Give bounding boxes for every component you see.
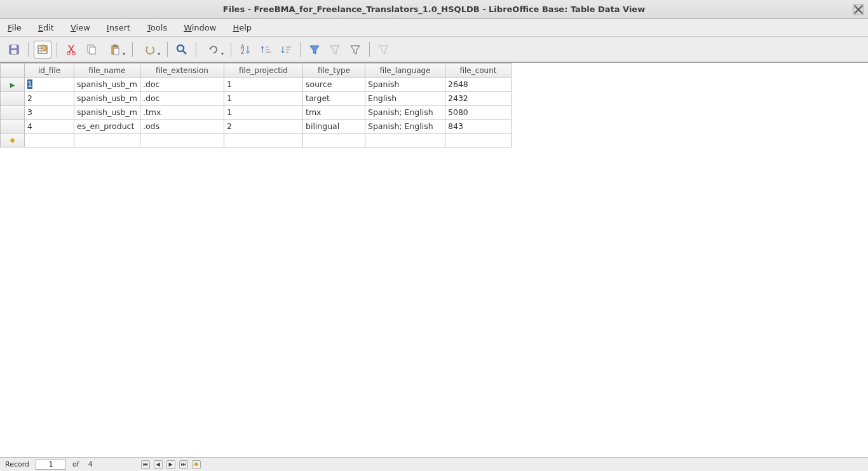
cell-file-name[interactable]: spanish_usb_m <box>74 78 140 92</box>
toolbar-separator <box>231 42 231 57</box>
menu-tools[interactable]: Tools <box>144 21 170 34</box>
cell-file-type[interactable]: bilingual <box>302 119 365 133</box>
nav-last-button[interactable]: ⏭ <box>179 460 188 469</box>
menu-edit[interactable]: Edit <box>36 21 57 34</box>
col-header-file-projectid[interactable]: file_projectid <box>224 64 302 78</box>
cell-empty[interactable] <box>74 133 140 147</box>
table-row[interactable]: 2 spanish_usb_m .doc 1 target English 24… <box>1 92 512 106</box>
cell-file-count[interactable]: 843 <box>445 119 511 133</box>
remove-filter-button[interactable] <box>375 41 393 58</box>
cell-file-count[interactable]: 2432 <box>445 92 511 106</box>
nav-new-record-button[interactable]: ✸ <box>192 460 201 469</box>
toolbar-separator <box>28 42 29 57</box>
cell-id-file[interactable]: 2 <box>25 92 74 106</box>
save-button[interactable] <box>5 41 23 58</box>
titlebar: Files - FreeBMA_for_Freelance_Translator… <box>0 0 868 19</box>
cell-file-projectid[interactable]: 2 <box>224 119 302 133</box>
window-close-button[interactable] <box>853 4 864 15</box>
row-marker-new[interactable]: ✸ <box>1 133 25 147</box>
cell-file-projectid[interactable]: 1 <box>224 106 302 119</box>
cell-file-extension[interactable]: .tmx <box>140 106 224 119</box>
record-number-input[interactable] <box>36 460 66 470</box>
cell-file-name[interactable]: spanish_usb_m <box>74 106 140 119</box>
table-row[interactable]: 4 es_en_product .ods 2 bilingual Spanish… <box>1 119 512 133</box>
corner-header[interactable] <box>1 64 25 78</box>
row-marker[interactable] <box>1 119 25 133</box>
menu-help[interactable]: Help <box>230 21 254 34</box>
standard-filter-button[interactable] <box>346 41 364 58</box>
menu-window[interactable]: Window <box>181 21 219 34</box>
table-row[interactable]: ▶ 1 spanish_usb_m .doc 1 source Spanish … <box>1 78 512 92</box>
cell-file-language[interactable]: Spanish; English <box>365 106 445 119</box>
data-grid: id_file file_name file_extension file_pr… <box>0 63 512 147</box>
table-row[interactable]: 3 spanish_usb_m .tmx 1 tmx Spanish; Engl… <box>1 106 512 119</box>
edit-data-button[interactable] <box>34 41 51 58</box>
col-header-file-language[interactable]: file_language <box>365 64 445 78</box>
cell-file-count[interactable]: 2648 <box>445 78 511 92</box>
cell-file-extension[interactable]: .doc <box>140 78 224 92</box>
autofilter-icon <box>308 43 321 56</box>
col-header-file-count[interactable]: file_count <box>445 64 511 78</box>
cell-file-type[interactable]: tmx <box>302 106 365 119</box>
copy-button[interactable] <box>83 41 100 58</box>
remove-filter-icon <box>377 43 390 56</box>
cell-file-type[interactable]: source <box>302 78 365 92</box>
new-record-row[interactable]: ✸ <box>1 133 512 147</box>
row-marker[interactable] <box>1 106 25 119</box>
toolbar-separator <box>57 42 57 57</box>
row-marker[interactable] <box>1 92 25 106</box>
cell-id-file[interactable]: 4 <box>25 119 74 133</box>
cell-empty[interactable] <box>140 133 224 147</box>
cell-file-projectid[interactable]: 1 <box>224 78 302 92</box>
cell-id-file[interactable]: 1 <box>25 78 74 92</box>
refresh-button[interactable] <box>201 41 226 58</box>
of-label: of <box>70 460 82 468</box>
sort-asc-button[interactable] <box>257 41 275 58</box>
cell-file-name[interactable]: es_en_product <box>74 119 140 133</box>
record-total: 4 <box>86 460 95 468</box>
cell-file-type[interactable]: target <box>302 92 365 106</box>
toolbar-separator <box>300 42 301 57</box>
cell-file-language[interactable]: English <box>365 92 445 106</box>
cell-empty[interactable] <box>302 133 365 147</box>
cell-empty[interactable] <box>365 133 445 147</box>
nav-first-button[interactable]: ⏮ <box>141 460 150 469</box>
cell-file-language[interactable]: Spanish <box>365 78 445 92</box>
menu-view[interactable]: View <box>68 21 93 34</box>
standard-filter-icon <box>349 43 362 56</box>
nav-next-button[interactable]: ▶ <box>166 460 175 469</box>
toolbar: AZ <box>0 37 868 62</box>
sort-button[interactable]: AZ <box>236 41 254 58</box>
cell-file-language[interactable]: Spanish; English <box>365 119 445 133</box>
cell-empty[interactable] <box>25 133 74 147</box>
menu-insert[interactable]: Insert <box>104 21 133 34</box>
cell-file-extension[interactable]: .doc <box>140 92 224 106</box>
apply-filter-button[interactable] <box>326 41 344 58</box>
find-button[interactable] <box>173 41 191 58</box>
col-header-file-type[interactable]: file_type <box>302 64 365 78</box>
row-marker-current[interactable]: ▶ <box>1 78 25 92</box>
undo-button[interactable] <box>138 41 162 58</box>
cell-empty[interactable] <box>445 133 511 147</box>
autofilter-button[interactable] <box>306 41 323 58</box>
cell-id-file[interactable]: 3 <box>25 106 74 119</box>
col-header-file-name[interactable]: file_name <box>74 64 140 78</box>
record-label: Record <box>3 460 32 468</box>
svg-rect-10 <box>114 48 119 55</box>
menu-file[interactable]: File <box>5 21 24 34</box>
cell-file-projectid[interactable]: 1 <box>224 92 302 106</box>
cell-file-count[interactable]: 5080 <box>445 106 511 119</box>
toolbar-separator <box>167 42 168 57</box>
col-header-file-extension[interactable]: file_extension <box>140 64 224 78</box>
cell-empty[interactable] <box>224 133 302 147</box>
cell-file-extension[interactable]: .ods <box>140 119 224 133</box>
cut-icon <box>65 43 78 56</box>
grid-scroll-area[interactable]: id_file file_name file_extension file_pr… <box>0 63 868 457</box>
nav-prev-button[interactable]: ◀ <box>154 460 163 469</box>
cut-button[interactable] <box>62 41 80 58</box>
cell-file-name[interactable]: spanish_usb_m <box>74 92 140 106</box>
paste-button[interactable] <box>103 41 127 58</box>
sort-desc-button[interactable] <box>277 41 295 58</box>
col-header-id-file[interactable]: id_file <box>25 64 74 78</box>
svg-text:Z: Z <box>241 50 245 55</box>
